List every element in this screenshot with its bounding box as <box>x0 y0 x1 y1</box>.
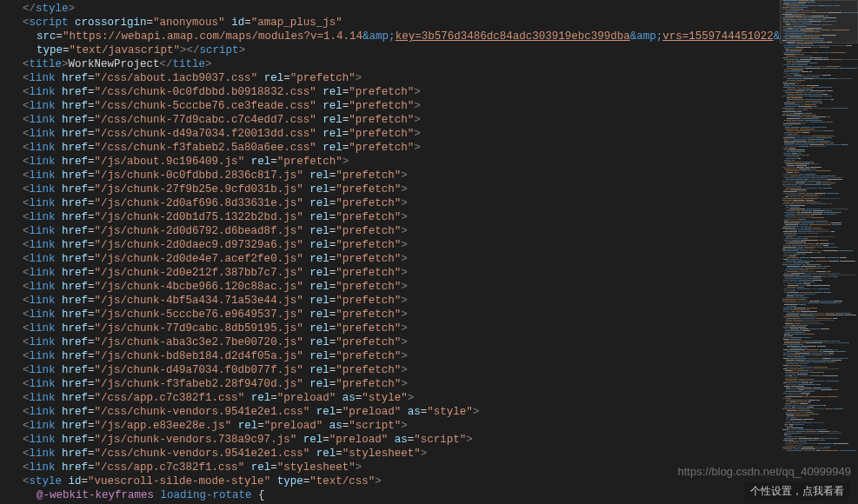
minimap[interactable] <box>780 0 858 504</box>
code-line: <link href="/css/app.c7c382f1.css" rel="… <box>14 461 780 474</box>
code-line: <link href="/js/chunk-77d9cabc.8db59195.… <box>14 322 780 335</box>
code-line: <link href="/js/chunk-2d0b1d75.1322b2bd.… <box>14 210 780 224</box>
code-line: <link href="/js/chunk-0c0fdbbd.2836c817.… <box>14 169 780 182</box>
code-line: <link href="/js/chunk-4bcbe966.120c88ac.… <box>14 280 780 294</box>
code-line: <script crossorigin="anonymous" id="amap… <box>14 16 780 30</box>
code-line: <link href="/js/chunk-2d0e212f.387bb7c7.… <box>14 266 780 280</box>
code-line: <link href="/js/chunk-2d0d6792.d6bead8f.… <box>14 224 780 238</box>
code-line: <link href="/js/chunk-27f9b25e.9cfd031b.… <box>14 182 780 196</box>
code-line: <link href="/css/about.1acb9037.css" rel… <box>14 71 780 85</box>
code-line: <link href="/css/chunk-vendors.9541e2e1.… <box>14 447 780 461</box>
code-line: <link href="/css/chunk-5cccbe76.ce3feade… <box>14 99 780 113</box>
code-line: <title>WorkNewProject</title> <box>14 57 780 71</box>
code-line: <link href="/js/chunk-f3fabeb2.28f9470d.… <box>14 377 780 391</box>
code-line: src="https://webapi.amap.com/maps/module… <box>14 30 780 43</box>
code-line: type="text/javascript"></script> <box>14 43 780 57</box>
code-area[interactable]: </style> <script crossorigin="anonymous"… <box>0 0 780 504</box>
code-line: <link href="/js/chunk-aba3c3e2.7be00720.… <box>14 335 780 349</box>
bottom-settings-prompt[interactable]: 个性设置，点我看看 <box>745 482 849 501</box>
code-line: <link href="/css/chunk-0c0fdbbd.b0918832… <box>14 85 780 99</box>
code-line: <link href="/js/chunk-2d0de4e7.acef2fe0.… <box>14 252 780 266</box>
code-line: <link href="/js/chunk-2d0af696.8d33631e.… <box>14 196 780 210</box>
code-line: <link href="/css/chunk-77d9cabc.c7c4edd7… <box>14 113 780 127</box>
code-line: <link href="/css/chunk-f3fabeb2.5a80a6ee… <box>14 141 780 155</box>
code-line: <link href="/js/about.9c196409.js" rel="… <box>14 155 780 169</box>
code-line: <link href="/css/app.c7c382f1.css" rel="… <box>14 391 780 405</box>
code-line: <link href="/css/chunk-d49a7034.f20013dd… <box>14 127 780 141</box>
code-line: <link href="/js/chunk-vendors.738a9c97.j… <box>14 433 780 447</box>
code-line: <style id="vuescroll-silde-mode-style" t… <box>14 474 780 488</box>
code-line: <link href="/js/chunk-bd8eb184.d2d4f05a.… <box>14 349 780 363</box>
editor-container: </style> <script crossorigin="anonymous"… <box>0 0 858 504</box>
code-line: </style> <box>14 2 780 16</box>
code-line: <link href="/js/chunk-2d0daec9.d97329a6.… <box>14 238 780 252</box>
minimap-viewport[interactable] <box>780 0 858 43</box>
code-line: <link href="/css/chunk-vendors.9541e2e1.… <box>14 405 780 419</box>
code-line: <link href="/js/chunk-5cccbe76.e9649537.… <box>14 308 780 322</box>
code-line: @-webkit-keyframes loading-rotate { <box>14 488 780 502</box>
code-line: <link href="/js/app.e83ee28e.js" rel="pr… <box>14 419 780 433</box>
code-line: <link href="/js/chunk-4bf5a434.71a53e44.… <box>14 294 780 308</box>
code-line: <link href="/js/chunk-d49a7034.f0db077f.… <box>14 363 780 377</box>
